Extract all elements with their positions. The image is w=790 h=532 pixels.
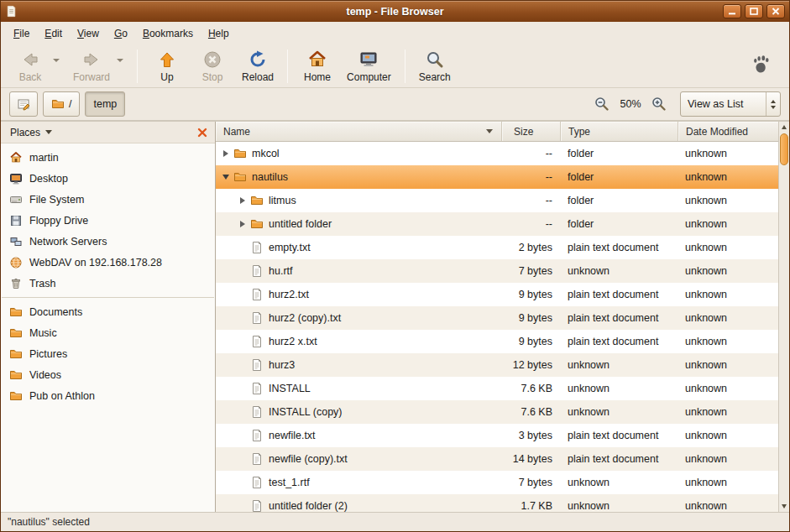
file-row-litmus[interactable]: litmus--folderunknown [216,189,778,212]
place-music[interactable]: Music [1,322,215,343]
folder-icon [9,305,23,319]
zoom-level: 50% [616,98,645,110]
sidebar-close-button[interactable] [196,126,209,139]
path-current-button[interactable]: temp [85,91,125,117]
file-row-hurz2-txt[interactable]: hurz2.txt9 bytesplain text documentunkno… [216,283,778,306]
vertical-scrollbar[interactable] [778,122,789,512]
expander-icon[interactable] [221,150,231,157]
folder-icon [9,326,23,340]
file-icon [250,358,264,372]
place-martin[interactable]: martin [1,147,215,168]
file-row-newfile-txt[interactable]: newfile.txt3 bytesplain text documentunk… [216,424,778,447]
maximize-button[interactable] [745,4,763,18]
home-icon [9,151,23,164]
computer-icon [358,50,379,70]
forward-dropdown-icon[interactable] [117,59,123,62]
expander-icon[interactable] [221,175,231,180]
floppy-icon [9,214,23,227]
file-row-hurz2-x-txt[interactable]: hurz2 x.txt9 bytesplain text documentunk… [216,330,778,353]
location-bar: / temp 50% View as List [1,88,789,121]
folder-icon [250,194,264,207]
forward-button[interactable]: Forward [66,47,117,86]
file-row-install[interactable]: INSTALL7.6 KBunknownunknown [216,377,778,400]
status-text: "nautilus" selected [8,516,90,528]
file-row-hurz3[interactable]: hurz312 bytesunknownunknown [216,353,778,377]
zoom-in-button[interactable] [650,95,668,113]
back-button[interactable]: Back [8,47,53,86]
menu-help[interactable]: Help [201,23,237,44]
menu-view[interactable]: View [70,23,107,44]
file-row-newfile-copy-txt[interactable]: newfile (copy).txt14 bytesplain text doc… [216,447,778,471]
place-documents[interactable]: Documents [1,301,215,322]
window-controls [723,4,785,18]
file-row-nautilus[interactable]: nautilus--folderunknown [216,165,778,189]
path-current-label: temp [93,98,117,110]
place-desktop[interactable]: Desktop [1,168,215,189]
gnome-foot-icon [747,54,772,79]
back-dropdown-icon[interactable] [53,59,60,62]
place-pub-on-athlon[interactable]: Pub on Athlon [1,385,215,406]
edit-location-button[interactable] [9,91,38,117]
toolbar: BackForwardUpStopReloadHomeComputerSearc… [1,44,789,88]
close-button[interactable] [766,4,785,18]
file-row-empty-txt[interactable]: empty.txt2 bytesplain text documentunkno… [216,236,778,259]
scrollbar-track[interactable] [779,166,789,501]
place-videos[interactable]: Videos [1,364,215,385]
arrow-up-icon [157,50,177,70]
file-icon [250,335,264,348]
file-list-pane: NameSizeTypeDate Modified mkcol--folderu… [216,122,789,512]
file-row-test-1-rtf[interactable]: test_1.rtf7 bytesunknownunknown [216,471,778,494]
scroll-up-button[interactable] [779,122,789,133]
file-row-hu-rtf[interactable]: hu.rtf7 bytesunknownunknown [216,259,778,283]
reload-button[interactable]: Reload [235,47,280,86]
place-floppy-drive[interactable]: Floppy Drive [1,210,215,231]
titlebar[interactable]: temp - File Browser [1,1,789,22]
menu-go[interactable]: Go [107,23,135,44]
scroll-down-button[interactable] [779,501,789,512]
file-row-hurz2-copy-txt[interactable]: hurz2 (copy).txt9 bytesplain text docume… [216,306,778,330]
home-button[interactable]: Home [295,47,340,86]
column-header-size[interactable]: Size [502,122,561,141]
column-header-type[interactable]: Type [561,122,678,141]
place-file-system[interactable]: File System [1,189,215,210]
place-webdav-on-192-168-178-28[interactable]: WebDAV on 192.168.178.28 [1,252,215,273]
main-content: Places martinDesktopFile SystemFloppy Dr… [1,121,789,512]
up-button[interactable]: Up [144,47,190,86]
file-row-untitled-folder-2[interactable]: untitled folder (2)1.7 KBunknownunknown [216,494,778,512]
column-header-name[interactable]: Name [216,122,502,141]
expander-icon[interactable] [238,197,248,204]
file-icon [250,311,264,325]
chevron-down-icon [45,130,52,134]
menu-bookmarks[interactable]: Bookmarks [135,23,201,44]
places-list: martinDesktopFile SystemFloppy DriveNetw… [1,143,215,512]
file-row-mkcol[interactable]: mkcol--folderunknown [216,142,778,165]
globe-icon [9,256,23,269]
view-mode-select[interactable]: View as List [680,91,781,117]
menubar: FileEditViewGoBookmarksHelp [1,22,789,44]
place-network-servers[interactable]: Network Servers [1,231,215,252]
zoom-out-button[interactable] [593,95,611,113]
expander-icon[interactable] [238,221,248,227]
file-icon [250,429,264,442]
stop-button[interactable]: Stop [190,47,235,86]
trash-icon [9,277,23,290]
path-root-button[interactable]: / [43,91,80,117]
minimize-button[interactable] [723,4,741,18]
toolbar-separator [405,50,405,83]
file-icon [250,405,264,419]
file-row-install-copy[interactable]: INSTALL (copy)7.6 KBunknownunknown [216,400,778,424]
scrollbar-thumb[interactable] [780,133,788,165]
place-trash[interactable]: Trash [1,273,215,294]
place-pictures[interactable]: Pictures [1,343,215,364]
toolbar-separator [137,50,138,83]
computer-button[interactable]: Computer [340,47,398,86]
sort-indicator-icon [486,129,493,133]
file-row-untitled-folder[interactable]: untitled folder--folderunknown [216,212,778,236]
sidebar-view-select[interactable]: Places [7,125,55,140]
column-header-date[interactable]: Date Modified [678,122,778,141]
search-button[interactable]: Search [412,47,458,86]
menu-file[interactable]: File [6,23,37,44]
window-title: temp - File Browser [1,6,789,18]
menu-edit[interactable]: Edit [37,23,70,44]
places-sidebar: Places martinDesktopFile SystemFloppy Dr… [1,122,216,512]
